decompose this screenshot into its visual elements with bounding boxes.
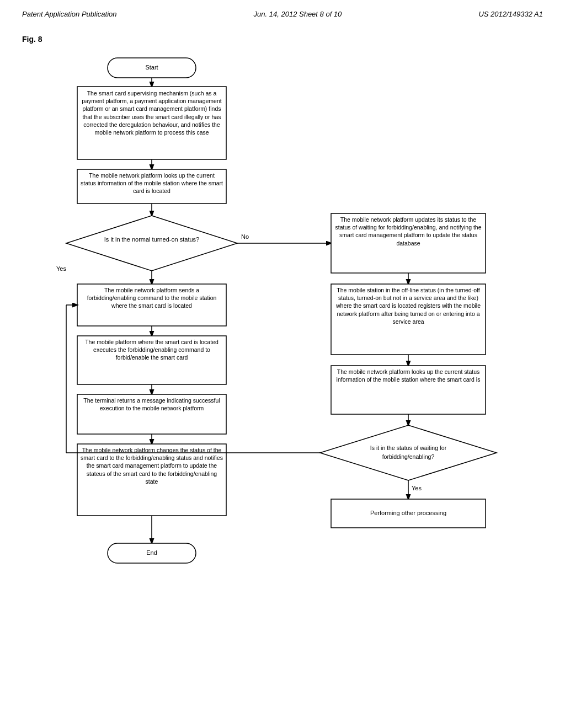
- flowchart-svg: Start The smart card supervising mechani…: [22, 52, 541, 703]
- no-label: No: [241, 233, 249, 240]
- diamond1-label: Is it in the normal turned-on status?: [104, 236, 199, 243]
- fig-label: Fig. 8: [22, 35, 543, 44]
- diamond2-line2: forbidding/enabling?: [382, 453, 435, 460]
- end-label: End: [146, 549, 157, 556]
- header-right: US 2012/149332 A1: [478, 10, 543, 18]
- svg-marker-6: [66, 216, 237, 271]
- header-center: Jun. 14, 2012 Sheet 8 of 10: [254, 10, 342, 18]
- start-label: Start: [145, 64, 158, 71]
- flowchart-container: Start The smart card supervising mechani…: [22, 52, 541, 703]
- diamond2-line1: Is it in the status of waiting for: [370, 445, 447, 451]
- diagram-area: Fig. 8 Start The smart card supervising …: [0, 24, 565, 714]
- header-left: Patent Application Publication: [22, 10, 117, 18]
- yes-left-label: Yes: [56, 265, 66, 272]
- box-right4-label: Performing other processing: [370, 510, 446, 516]
- page-header: Patent Application Publication Jun. 14, …: [0, 0, 565, 24]
- yes-right-label: Yes: [412, 485, 422, 491]
